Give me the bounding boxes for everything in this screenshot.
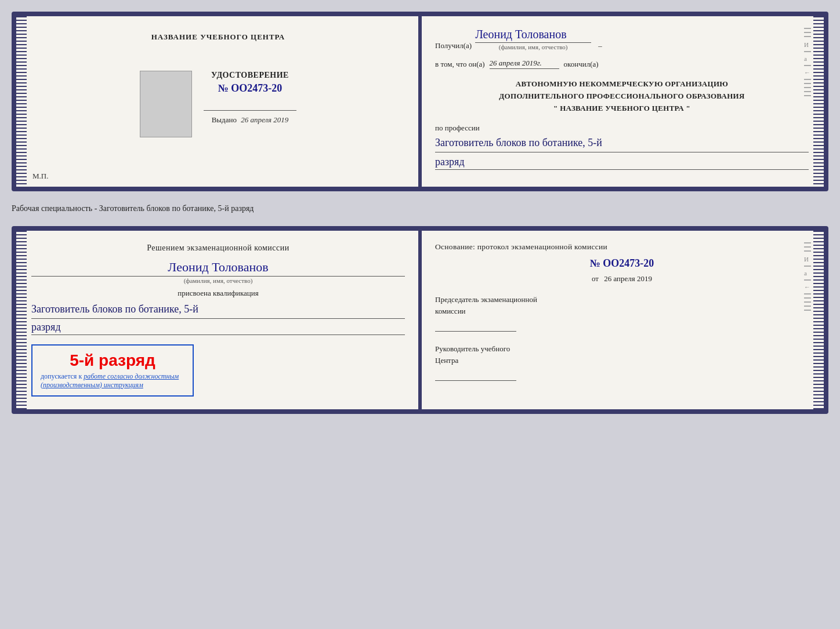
lower-doc-right: Основание: протокол экзаменационной коми… xyxy=(420,231,824,409)
recipient-name-upper: Леонид Толованов xyxy=(475,28,591,43)
lower-name-line: Леонид Толованов (фамилия, имя, отчество… xyxy=(31,260,405,284)
fio-sublabel-upper: (фамилия, имя, отчество) xyxy=(475,43,591,50)
org-block: АВТОНОМНУЮ НЕКОММЕРЧЕСКУЮ ОРГАНИЗАЦИЮ ДО… xyxy=(435,78,809,114)
rukovoditel-line2: Центра xyxy=(435,355,809,366)
dash-separator: – xyxy=(598,41,602,50)
v-dashes-upper: И а ← xyxy=(804,28,811,96)
okonchil-label: окончил(а) xyxy=(564,60,599,69)
predsedatel-sig-line xyxy=(435,320,516,332)
lower-doc-left: Решением экзаменационной комиссии Леонид… xyxy=(16,231,420,409)
po-professii-label: по профессии xyxy=(435,123,809,133)
deco-a-lower: а xyxy=(804,270,811,277)
specialty-label: Рабочая специальность - Заготовитель бло… xyxy=(12,202,828,216)
profession-upper: Заготовитель блоков по ботанике, 5-й xyxy=(435,135,809,152)
upper-center-name: НАЗВАНИЕ УЧЕБНОГО ЦЕНТРА xyxy=(151,32,285,42)
udostoverenie-number: № OO2473-20 xyxy=(204,82,296,94)
ot-label: от xyxy=(592,274,599,283)
stamp-dopusk: допускается к работе согласно должностны… xyxy=(41,372,184,390)
deco-arrow-lower: ← xyxy=(804,283,811,290)
vtom-date: 26 апреля 2019г. xyxy=(490,59,559,69)
upper-document: НАЗВАНИЕ УЧЕБНОГО ЦЕНТРА УДОСТОВЕРЕНИЕ №… xyxy=(12,12,828,191)
stamp-box: 5-й разряд допускается к работе согласно… xyxy=(31,344,194,397)
deco-i: И xyxy=(804,41,811,48)
osnovanie-title: Основание: протокол экзаменационной коми… xyxy=(435,242,809,252)
fio-sublabel-lower: (фамилия, имя, отчество) xyxy=(31,277,405,284)
org-line2: ДОПОЛНИТЕЛЬНОГО ПРОФЕССИОНАЛЬНОГО ОБРАЗО… xyxy=(435,90,809,103)
vydano-label: Выдано xyxy=(212,115,237,124)
poluchil-label: Получил(а) xyxy=(435,41,472,50)
dopusk-text: допускается к xyxy=(41,372,84,380)
photo-placeholder xyxy=(140,71,192,137)
upper-doc-right: Получил(а) Леонид Толованов (фамилия, им… xyxy=(420,16,824,187)
upper-doc-left: НАЗВАНИЕ УЧЕБНОГО ЦЕНТРА УДОСТОВЕРЕНИЕ №… xyxy=(16,16,420,187)
poluchil-line: Получил(а) Леонид Толованов (фамилия, им… xyxy=(435,28,809,50)
stamp-grade: 5-й разряд xyxy=(41,351,184,370)
vtom-line: в том, что он(а) 26 апреля 2019г. окончи… xyxy=(435,59,809,69)
lower-document: Решением экзаменационной комиссии Леонид… xyxy=(12,226,828,414)
deco-i-lower: И xyxy=(804,256,811,263)
deco-a: а xyxy=(804,55,811,62)
predsedatel-line1: Председатель экзаменационной xyxy=(435,294,809,306)
razryad-upper: разряд xyxy=(435,156,809,170)
ot-line: от 26 апреля 2019 xyxy=(435,274,809,283)
rukovoditel-line1: Руководитель учебного xyxy=(435,343,809,355)
predsedatel-line2: комиссии xyxy=(435,306,809,317)
profession-lower: Заготовитель блоков по ботанике, 5-й xyxy=(31,301,405,319)
org-line1: АВТОНОМНУЮ НЕКОММЕРЧЕСКУЮ ОРГАНИЗАЦИЮ xyxy=(435,78,809,90)
org-name: " НАЗВАНИЕ УЧЕБНОГО ЦЕНТРА " xyxy=(435,103,809,115)
ot-date: 26 апреля 2019 xyxy=(604,274,652,283)
udostoverenie-title: УДОСТОВЕРЕНИЕ xyxy=(204,71,296,80)
resheniem-text: Решением экзаменационной комиссии xyxy=(31,242,405,254)
razryad-lower: разряд xyxy=(31,321,405,335)
signature-line xyxy=(204,99,296,111)
udostoverenie-block: УДОСТОВЕРЕНИЕ № OO2473-20 Выдано 26 апре… xyxy=(204,71,296,125)
mp-label: М.П. xyxy=(32,172,48,181)
recipient-name-lower: Леонид Толованов xyxy=(31,260,405,277)
vydano-date: 26 апреля 2019 xyxy=(241,115,288,124)
prisvoena-text: присвоена квалификация xyxy=(31,289,405,298)
vydano-line: Выдано 26 апреля 2019 xyxy=(204,115,296,125)
predsedatel-block: Председатель экзаменационной комиссии xyxy=(435,294,809,332)
rukovoditel-block: Руководитель учебного Центра xyxy=(435,343,809,381)
v-dashes-lower: И а ← xyxy=(804,242,811,311)
po-professii-block: по профессии Заготовитель блоков по бота… xyxy=(435,123,809,170)
vtom-label: в том, что он(а) xyxy=(435,60,485,69)
page-wrapper: НАЗВАНИЕ УЧЕБНОГО ЦЕНТРА УДОСТОВЕРЕНИЕ №… xyxy=(12,12,828,414)
deco-arrow: ← xyxy=(804,69,811,76)
rukovoditel-sig-line xyxy=(435,369,516,381)
proto-number: № OO2473-20 xyxy=(435,257,809,270)
